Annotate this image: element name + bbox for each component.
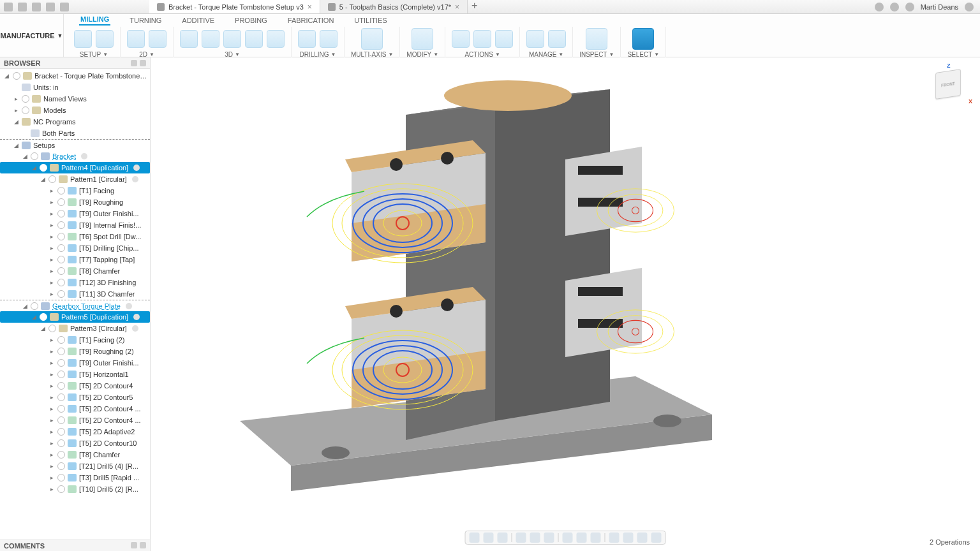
redo-icon[interactable] (60, 3, 69, 11)
ribbon-tab-probing[interactable]: PROBING (234, 15, 269, 26)
chevron-down-icon[interactable]: ◢ (40, 176, 46, 182)
ribbon-button[interactable] (202, 30, 219, 48)
visibility-icon[interactable] (57, 371, 65, 378)
ribbon-button[interactable] (586, 28, 607, 50)
tree-operation[interactable]: ▸[T5] 2D Contour5 (0, 392, 150, 403)
navbar-button[interactable] (530, 533, 540, 543)
ribbon-button[interactable] (223, 30, 241, 48)
chevron-right-icon[interactable]: ▸ (48, 337, 55, 343)
visibility-icon[interactable] (31, 302, 38, 310)
navbar-button[interactable] (637, 533, 648, 543)
chevron-right-icon[interactable]: ▸ (48, 474, 55, 481)
visibility-icon[interactable] (40, 313, 47, 321)
navbar-button[interactable] (516, 533, 526, 543)
user-name[interactable]: Marti Deans (921, 3, 958, 11)
visibility-icon[interactable] (48, 325, 56, 332)
chevron-down-icon[interactable]: ◢ (22, 153, 28, 159)
ribbon-button[interactable] (149, 30, 167, 48)
tree-named-views[interactable]: ▸Named Views (0, 93, 150, 105)
ribbon-button[interactable] (473, 30, 491, 48)
tree-operation[interactable]: ▸[T1] Facing (2) (0, 334, 150, 346)
visibility-icon[interactable] (57, 221, 65, 229)
visibility-icon[interactable] (40, 164, 47, 172)
chevron-right-icon[interactable]: ▸ (48, 268, 55, 274)
document-tab[interactable]: 5 - Toolpath Basics (Complete) v17* × (320, 0, 468, 13)
grid-icon[interactable] (4, 3, 13, 11)
navbar-button[interactable] (470, 533, 480, 543)
chevron-right-icon[interactable]: ▸ (13, 96, 19, 102)
chevron-right-icon[interactable]: ▸ (48, 360, 55, 366)
ribbon-button[interactable] (526, 30, 544, 48)
workspace-switcher[interactable]: MANUFACTURE ▼ (0, 14, 64, 57)
tree-pattern[interactable]: ◢Pattern5 [Duplication] (0, 311, 150, 323)
chevron-right-icon[interactable]: ▸ (13, 107, 19, 114)
chevron-right-icon[interactable]: ▸ (48, 291, 55, 297)
comments-header[interactable]: COMMENTS (0, 540, 150, 551)
navbar-button[interactable] (544, 533, 554, 543)
settings-icon[interactable] (131, 542, 137, 548)
tree-units[interactable]: Units: in (0, 82, 150, 93)
visibility-icon[interactable] (48, 175, 56, 183)
navbar-button[interactable] (563, 533, 573, 543)
chevron-right-icon[interactable]: ▸ (48, 406, 55, 412)
chevron-right-icon[interactable]: ▸ (48, 222, 55, 228)
tree-operation[interactable]: ▸[T5] 2D Contour4 ... (0, 415, 150, 426)
ribbon-button[interactable] (452, 30, 470, 48)
chevron-right-icon[interactable]: ▸ (48, 348, 55, 355)
tree-operation[interactable]: ▸[T5] 2D Adaptive2 (0, 426, 150, 437)
tree-operation[interactable]: ▸[T5] 2D Contour4 ... (0, 403, 150, 415)
chevron-right-icon[interactable]: ▸ (48, 279, 55, 286)
visibility-icon[interactable] (57, 336, 65, 344)
ribbon-button[interactable] (495, 30, 513, 48)
visibility-icon[interactable] (57, 210, 65, 217)
visibility-icon[interactable] (57, 244, 65, 252)
visibility-icon[interactable] (13, 72, 20, 80)
visibility-icon[interactable] (22, 95, 29, 103)
browser-tree[interactable]: ◢Bracket - Torque Plate Tombstone ...Uni… (0, 69, 150, 540)
chevron-right-icon[interactable]: ▸ (48, 233, 55, 240)
ribbon-tab-utilities[interactable]: UTILITIES (353, 15, 388, 26)
navbar-button[interactable] (623, 533, 634, 543)
ribbon-button[interactable] (127, 30, 145, 48)
tree-operation[interactable]: ▸[T9] Outer Finishi... (0, 208, 150, 219)
close-icon[interactable] (140, 60, 146, 66)
save-icon[interactable] (32, 3, 41, 11)
chevron-right-icon[interactable]: ▸ (48, 245, 55, 251)
help-icon[interactable] (965, 3, 974, 11)
tree-operation[interactable]: ▸[T7] Tapping [Tap] (0, 254, 150, 265)
chevron-down-icon[interactable]: ◢ (22, 303, 28, 309)
tree-operation[interactable]: ▸[T1] Facing (0, 185, 150, 196)
visibility-icon[interactable] (57, 233, 65, 240)
tree-root[interactable]: ◢Bracket - Torque Plate Tombstone ... (0, 70, 150, 82)
tree-operation[interactable]: ▸[T5] Horizontal1 (0, 369, 150, 380)
visibility-icon[interactable] (57, 474, 65, 481)
chevron-right-icon[interactable]: ▸ (48, 371, 55, 378)
chevron-down-icon[interactable]: ◢ (31, 165, 37, 171)
tree-operation[interactable]: ▸[T9] Roughing (0, 196, 150, 208)
tree-pattern[interactable]: ◢Pattern1 [Circular] (0, 173, 150, 185)
close-icon[interactable] (140, 542, 146, 548)
close-icon[interactable]: × (455, 3, 459, 11)
chevron-down-icon[interactable]: ◢ (31, 314, 37, 320)
chevron-down-icon[interactable]: ◢ (4, 73, 10, 79)
new-tab-button[interactable]: + (468, 0, 481, 13)
tree-pattern[interactable]: ◢Pattern4 [Duplication] (0, 162, 150, 173)
visibility-icon[interactable] (57, 439, 65, 447)
chevron-right-icon[interactable]: ▸ (48, 210, 55, 217)
tree-operation[interactable]: ▸[T6] Spot Drill [Dw... (0, 231, 150, 242)
visibility-icon[interactable] (57, 198, 65, 206)
tree-operation[interactable]: ▸[T10] Drill5 (2) [R... (0, 483, 150, 495)
chevron-right-icon[interactable]: ▸ (48, 463, 55, 469)
tree-operation[interactable]: ▸[T12] 3D Finishing (0, 277, 150, 288)
visibility-icon[interactable] (57, 428, 65, 436)
tree-operation[interactable]: ▸[T5] Drilling [Chip... (0, 242, 150, 254)
chevron-right-icon[interactable]: ▸ (48, 256, 55, 263)
file-icon[interactable] (18, 3, 27, 11)
navbar-button[interactable] (609, 533, 620, 543)
visibility-icon[interactable] (57, 485, 65, 493)
tree-models[interactable]: ▸Models (0, 105, 150, 116)
visibility-icon[interactable] (57, 405, 65, 413)
navbar-button[interactable] (591, 533, 601, 543)
visibility-icon[interactable] (31, 152, 38, 160)
visibility-icon[interactable] (57, 290, 65, 298)
